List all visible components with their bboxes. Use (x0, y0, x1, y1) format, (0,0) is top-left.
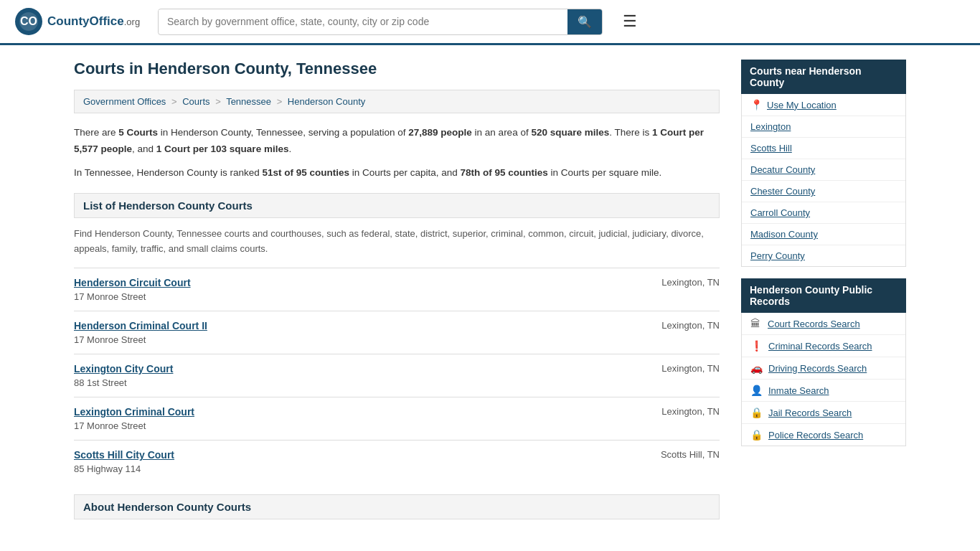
court-address: 17 Monroe Street (74, 420, 146, 431)
nearby-link-item: Madison County (742, 224, 905, 245)
court-address: 88 1st Street (74, 377, 127, 388)
per-sq-mile: 1 Court per 103 square miles (156, 143, 289, 154)
public-records-section: Henderson County Public Records 🏛 Court … (741, 278, 906, 446)
court-address: 17 Monroe Street (74, 334, 146, 345)
breadcrumb-sep-2: > (215, 96, 221, 107)
nearby-link[interactable]: Carroll County (750, 207, 810, 218)
public-records-item: 🔒 Jail Records Search (742, 402, 905, 424)
pr-icon: 🏛 (750, 318, 762, 329)
court-location: Lexington, TN (633, 277, 720, 288)
breadcrumb-tennessee[interactable]: Tennessee (226, 96, 271, 107)
use-my-location-item[interactable]: 📍 Use My Location (742, 94, 905, 116)
nearby-link-item: Lexington (742, 116, 905, 138)
nearby-link[interactable]: Decatur County (750, 164, 815, 175)
breadcrumb-henderson-county[interactable]: Henderson County (288, 96, 365, 107)
breadcrumb-courts[interactable]: Courts (182, 96, 209, 107)
svg-text:CO: CO (20, 15, 37, 27)
list-section-heading: List of Henderson County Courts (74, 193, 720, 218)
area: 520 square miles (531, 127, 609, 138)
pr-icon: 👤 (750, 385, 763, 396)
pr-icon: ❗ (750, 340, 763, 352)
stats-paragraph-2: In Tennessee, Henderson County is ranked… (74, 165, 720, 182)
public-records-link[interactable]: Court Records Search (768, 319, 860, 329)
list-section-desc: Find Henderson County, Tennessee courts … (74, 227, 720, 257)
court-list-item: Henderson Circuit Court 17 Monroe Street… (74, 268, 720, 311)
court-location: Lexington, TN (633, 320, 720, 331)
court-list-item: Lexington City Court 88 1st Street Lexin… (74, 354, 720, 397)
pr-icon: 🔒 (750, 429, 763, 441)
court-name-link[interactable]: Henderson Criminal Court II (74, 320, 207, 331)
location-pin-icon: 📍 (750, 99, 763, 110)
nearby-heading-text: Courts near Henderson County (750, 65, 862, 88)
breadcrumb: Government Offices > Courts > Tennessee … (74, 90, 720, 113)
court-info: Lexington City Court 88 1st Street (74, 363, 173, 388)
nearby-courts-section: Courts near Henderson County 📍 Use My Lo… (741, 60, 906, 267)
search-icon: 🔍 (578, 16, 592, 28)
breadcrumb-government-offices[interactable]: Government Offices (83, 96, 166, 107)
search-button[interactable]: 🔍 (567, 9, 602, 34)
nearby-link-item: Decatur County (742, 159, 905, 181)
court-name-link[interactable]: Scotts Hill City Court (74, 449, 174, 461)
public-records-heading-text: Henderson County Public Records (750, 284, 872, 307)
logo-main-text: CountyOffice (47, 14, 124, 28)
nearby-link[interactable]: Scotts Hill (750, 143, 792, 154)
nearby-link-item: Carroll County (742, 202, 905, 224)
public-records-item: 🏛 Court Records Search (742, 313, 905, 335)
courts-list: Henderson Circuit Court 17 Monroe Street… (74, 268, 720, 483)
public-records-link[interactable]: Police Records Search (768, 430, 863, 441)
nearby-link[interactable]: Chester County (750, 186, 815, 197)
court-location: Scotts Hill, TN (633, 449, 720, 460)
page-title: Courts in Henderson County, Tennessee (74, 60, 720, 78)
court-list-item: Scotts Hill City Court 85 Highway 114 Sc… (74, 440, 720, 483)
nearby-link-item: Scotts Hill (742, 138, 905, 159)
court-list-item: Henderson Criminal Court II 17 Monroe St… (74, 311, 720, 354)
public-records-item: 🚗 Driving Records Search (742, 357, 905, 380)
rank-capita: 51st of 95 counties (262, 167, 349, 178)
rank-sq: 78th of 95 counties (461, 167, 548, 178)
court-location: Lexington, TN (633, 406, 720, 417)
public-records-item: ❗ Criminal Records Search (742, 335, 905, 357)
public-records-item: 👤 Inmate Search (742, 380, 905, 402)
search-input[interactable] (159, 10, 567, 33)
public-records-heading: Henderson County Public Records (741, 278, 906, 313)
nearby-link-item: Chester County (742, 181, 905, 202)
site-logo-icon: CO (14, 7, 43, 36)
logo-area: CO CountyOffice.org (14, 7, 143, 36)
public-records-link[interactable]: Jail Records Search (768, 408, 852, 418)
court-info: Henderson Criminal Court II 17 Monroe St… (74, 320, 207, 345)
menu-button[interactable]: ☰ (617, 9, 643, 34)
stats-paragraph-1: There are 5 Courts in Henderson County, … (74, 125, 720, 158)
nearby-link[interactable]: Madison County (750, 229, 818, 240)
nearby-link-item: Perry County (742, 245, 905, 266)
public-records-item: 🔒 Police Records Search (742, 424, 905, 446)
court-info: Henderson Circuit Court 17 Monroe Street (74, 277, 191, 302)
court-name-link[interactable]: Henderson Circuit Court (74, 277, 191, 288)
logo-text: CountyOffice.org (47, 14, 140, 29)
court-address: 85 Highway 114 (74, 463, 141, 474)
public-records-link[interactable]: Inmate Search (768, 385, 829, 396)
menu-icon: ☰ (623, 12, 637, 30)
nearby-link[interactable]: Lexington (750, 121, 791, 132)
about-section-heading: About Henderson County Courts (74, 494, 720, 519)
pr-icon: 🚗 (750, 362, 763, 374)
courts-count: 5 Courts (118, 127, 158, 138)
public-records-link[interactable]: Criminal Records Search (768, 341, 872, 352)
court-list-item: Lexington Criminal Court 17 Monroe Stree… (74, 397, 720, 440)
sidebar: Courts near Henderson County 📍 Use My Lo… (741, 60, 906, 519)
breadcrumb-sep-1: > (171, 96, 177, 107)
public-records-list: 🏛 Court Records Search ❗ Criminal Record… (741, 313, 906, 446)
public-records-link[interactable]: Driving Records Search (768, 363, 867, 374)
logo-suffix: .org (124, 17, 140, 27)
court-location: Lexington, TN (633, 363, 720, 374)
nearby-links-list: LexingtonScotts HillDecatur CountyCheste… (742, 116, 905, 266)
court-name-link[interactable]: Lexington Criminal Court (74, 406, 194, 418)
nearby-heading: Courts near Henderson County (741, 60, 906, 94)
court-address: 17 Monroe Street (74, 291, 146, 302)
nearby-link[interactable]: Perry County (750, 250, 805, 261)
pr-icon: 🔒 (750, 407, 763, 418)
court-name-link[interactable]: Lexington City Court (74, 363, 173, 375)
search-bar: 🔍 (158, 9, 603, 35)
court-info: Scotts Hill City Court 85 Highway 114 (74, 449, 174, 474)
use-my-location-link[interactable]: Use My Location (767, 100, 837, 110)
main-layout: Courts in Henderson County, Tennessee Go… (60, 45, 920, 534)
